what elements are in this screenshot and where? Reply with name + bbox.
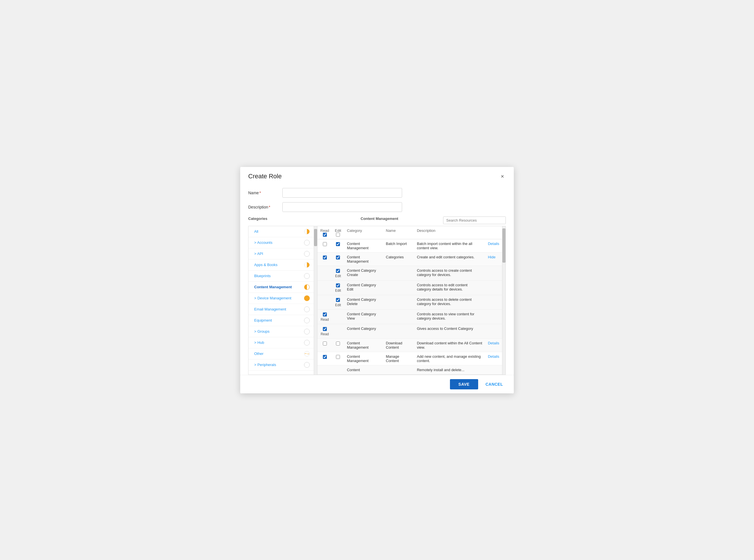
sidebar-item-hub[interactable]: > Hub [249,337,314,348]
row2-category: Content Management [344,252,383,266]
row10-name [383,365,414,374]
all-indicator [304,229,310,235]
other-indicator [304,351,310,357]
row4-name [383,280,414,295]
modal-footer: SAVE CANCEL [240,375,514,393]
api-indicator [304,251,310,257]
resources-scrollbar-thumb [502,228,505,263]
modal-body: Name* Description* Categories Content Ma… [240,183,514,375]
sidebar-item-accounts[interactable]: > Accounts [249,237,314,248]
row6-read-checkbox[interactable] [323,313,327,317]
row5-sub-label: Edit [335,303,341,307]
description-required: * [269,205,270,209]
edit-all-checkbox[interactable] [336,233,340,237]
sidebar-item-content-management[interactable]: Content Management [249,282,314,293]
row9-category: Content Management [344,352,383,365]
col-name: Name [383,226,414,239]
sidebar-item-email-management[interactable]: Email Management [249,304,314,315]
table-row: Read Content Category Gives access to Co… [317,324,502,338]
row1-name: Batch Import [383,239,414,252]
col-read: Read [317,226,332,239]
row8-description: Download content within the All Content … [414,338,485,352]
content-management-indicator [304,284,310,290]
close-button[interactable]: × [499,173,506,180]
category-scrollbar-thumb [314,229,317,246]
row9-edit-checkbox[interactable] [336,355,340,359]
row7-sub-label: Read [321,332,329,336]
row1-edit-checkbox[interactable] [336,242,340,246]
row9-read-checkbox[interactable] [323,355,327,359]
resources-section-label: Content Management [361,217,398,221]
categories-section-label: Categories [248,217,267,221]
row9-description: Add new content, and manage existing con… [414,352,485,365]
hub-indicator [304,340,310,345]
description-label: Description* [248,205,282,209]
row4-sub-label: Edit [335,288,341,293]
sidebar-item-apps-books[interactable]: Apps & Books [249,259,314,271]
row4-edit-checkbox[interactable] [336,283,340,287]
category-scrollbar [314,226,317,375]
row8-edit-checkbox[interactable] [336,342,340,345]
row7-description: Gives access to Content Category [414,324,485,338]
row9-action[interactable]: Details [488,354,499,359]
row6-sub-label: Read [321,318,329,322]
row2-name: Categories [383,252,414,266]
row1-action[interactable]: Details [488,242,499,246]
sidebar-item-device-management[interactable]: > Device Management [249,293,314,304]
row10-description: Remotely install and delete... [414,365,485,374]
modal-header: Create Role × [240,167,514,183]
table-row: Content Management Download Content Down… [317,338,502,352]
sidebar-item-groups[interactable]: > Groups [249,326,314,337]
row6-description: Controls access to view content for cate… [414,309,485,324]
row2-read-checkbox[interactable] [323,256,327,259]
table-row: Content Remotely install and delete... [317,365,502,374]
row3-edit-checkbox[interactable] [336,269,340,273]
content-area: All > Accounts > API Apps & Book [248,226,506,375]
row1-category: Content Management [344,239,383,252]
table-row: Content Management Manage Content Add ne… [317,352,502,365]
row8-name: Download Content [383,338,414,352]
sidebar-item-blueprints[interactable]: Blueprints [249,271,314,282]
row5-category: Content Category Delete [344,295,383,309]
table-row: Edit Content Category Create Controls ac… [317,266,502,280]
modal-title: Create Role [248,173,281,180]
row2-action[interactable]: Hide [488,255,496,259]
row1-read-checkbox[interactable] [323,242,327,246]
save-button[interactable]: SAVE [450,379,478,389]
row7-name [383,324,414,338]
sidebar-item-all[interactable]: All [249,226,314,237]
cancel-button[interactable]: CANCEL [483,379,506,389]
col-category: Category [344,226,383,239]
col-description: Description [414,226,485,239]
row3-category: Content Category Create [344,266,383,280]
equipment-indicator [304,318,310,323]
row6-name [383,309,414,324]
row3-sub-label: Edit [335,274,341,278]
table-row: Content Management Categories Create and… [317,252,502,266]
search-resources-input[interactable] [443,217,506,224]
sidebar-item-other[interactable]: Other [249,348,314,359]
row7-read-checkbox[interactable] [323,327,327,331]
accounts-indicator [304,240,310,245]
row2-description: Create and edit content categories. [414,252,485,266]
description-input[interactable] [282,202,402,212]
name-input[interactable] [282,188,402,198]
sidebar-item-peripherals[interactable]: > Peripherals [249,359,314,371]
read-all-checkbox[interactable] [323,233,327,237]
apps-books-indicator [304,262,310,268]
groups-indicator [304,329,310,334]
name-label: Name* [248,191,282,195]
row4-description: Controls access to edit content category… [414,280,485,295]
row7-category: Content Category [344,324,383,338]
row8-action[interactable]: Details [488,341,499,345]
table-row: Edit Content Category Edit Controls acce… [317,280,502,295]
row5-edit-checkbox[interactable] [336,298,340,302]
row3-name [383,266,414,280]
peripherals-indicator [304,362,310,368]
sidebar-item-api[interactable]: > API [249,248,314,259]
sidebar-item-equipment[interactable]: Equipment [249,315,314,326]
resources-table-wrapper: Read Edit Cate [317,226,502,375]
create-role-modal: Create Role × Name* Description* Categor… [240,167,514,393]
row2-edit-checkbox[interactable] [336,256,340,259]
row8-read-checkbox[interactable] [323,342,327,345]
